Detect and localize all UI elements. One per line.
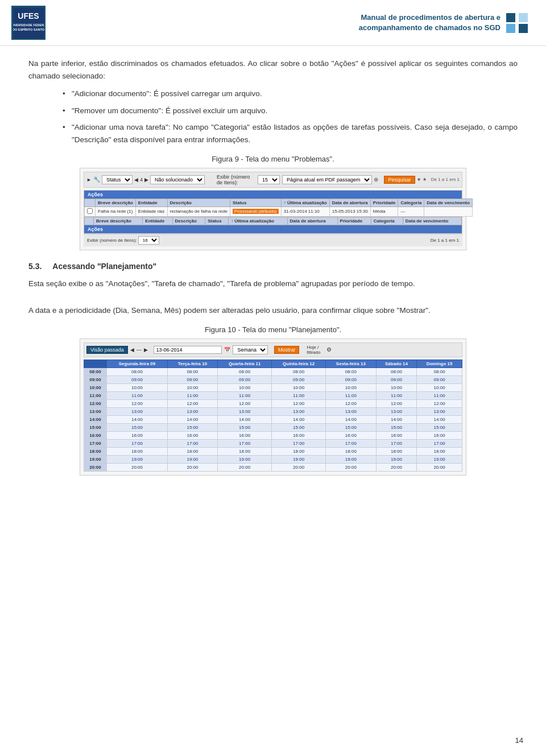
- fig10-slot-cell[interactable]: 09:00: [272, 375, 326, 383]
- fig10-slot-cell[interactable]: 19:00: [217, 455, 271, 463]
- fig10-slot-cell[interactable]: 15:00: [272, 423, 326, 431]
- fig10-visao-passada-btn[interactable]: Visão passada: [86, 346, 128, 354]
- fig10-slot-cell[interactable]: 18:00: [376, 447, 416, 455]
- fig10-slot-cell[interactable]: 14:00: [417, 415, 462, 423]
- fig10-slot-cell[interactable]: 16:00: [217, 431, 271, 439]
- fig10-slot-cell[interactable]: 11:00: [167, 391, 217, 399]
- fig10-slot-cell[interactable]: 11:00: [217, 391, 271, 399]
- fig10-slot-cell[interactable]: 13:00: [417, 407, 462, 415]
- fig10-slot-cell[interactable]: 19:00: [417, 455, 462, 463]
- fig10-slot-cell[interactable]: 14:00: [167, 415, 217, 423]
- fig10-slot-cell[interactable]: 08:00: [376, 367, 416, 375]
- fig9-solved-select[interactable]: Não solucionado: [150, 175, 205, 184]
- fig10-slot-cell[interactable]: 13:00: [325, 407, 376, 415]
- fig10-slot-cell[interactable]: 15:00: [376, 423, 416, 431]
- fig10-slot-cell[interactable]: 12:00: [272, 399, 326, 407]
- fig10-slot-cell[interactable]: 10:00: [376, 383, 416, 391]
- fig10-slot-cell[interactable]: 15:00: [417, 423, 462, 431]
- fig10-slot-cell[interactable]: 09:00: [167, 375, 217, 383]
- fig10-slot-cell[interactable]: 20:00: [217, 463, 271, 471]
- fig10-slot-cell[interactable]: 17:00: [417, 439, 462, 447]
- fig10-slot-cell[interactable]: 16:00: [325, 431, 376, 439]
- fig10-slot-cell[interactable]: 14:00: [217, 415, 271, 423]
- fig10-slot-cell[interactable]: 12:00: [107, 399, 168, 407]
- fig10-slot-cell[interactable]: 11:00: [376, 391, 416, 399]
- fig10-slot-cell[interactable]: 12:00: [217, 399, 271, 407]
- fig10-nav-left[interactable]: ◀: [130, 347, 134, 353]
- fig10-slot-cell[interactable]: 18:00: [107, 447, 168, 455]
- fig10-slot-cell[interactable]: 08:00: [217, 367, 271, 375]
- fig10-slot-cell[interactable]: 17:00: [167, 439, 217, 447]
- fig10-slot-cell[interactable]: 12:00: [167, 399, 217, 407]
- fig10-slot-cell[interactable]: 20:00: [376, 463, 416, 471]
- fig10-slot-cell[interactable]: 10:00: [325, 383, 376, 391]
- fig10-slot-cell[interactable]: 17:00: [272, 439, 326, 447]
- fig10-mostrar-btn[interactable]: Mostrar: [274, 346, 300, 354]
- fig10-settings-icon[interactable]: ⚙: [326, 346, 332, 353]
- fig10-slot-cell[interactable]: 17:00: [376, 439, 416, 447]
- fig10-slot-cell[interactable]: 14:00: [325, 415, 376, 423]
- fig10-slot-cell[interactable]: 11:00: [272, 391, 326, 399]
- fig10-slot-cell[interactable]: 15:00: [217, 423, 271, 431]
- fig10-slot-cell[interactable]: 17:00: [325, 439, 376, 447]
- fig10-slot-cell[interactable]: 17:00: [217, 439, 271, 447]
- fig10-slot-cell[interactable]: 10:00: [417, 383, 462, 391]
- fig10-slot-cell[interactable]: 12:00: [376, 399, 416, 407]
- fig10-slot-cell[interactable]: 14:00: [272, 415, 326, 423]
- fig10-slot-cell[interactable]: 08:00: [325, 367, 376, 375]
- fig9-arrow-nav-left[interactable]: ◀: [134, 177, 138, 183]
- fig10-slot-cell[interactable]: 08:00: [167, 367, 217, 375]
- fig10-slot-cell[interactable]: 18:00: [417, 447, 462, 455]
- fig10-slot-cell[interactable]: 11:00: [325, 391, 376, 399]
- fig10-slot-cell[interactable]: 20:00: [107, 463, 168, 471]
- fig10-slot-cell[interactable]: 15:00: [167, 423, 217, 431]
- fig9-row-checkbox[interactable]: [85, 206, 96, 216]
- fig9-arrow-nav-right[interactable]: ▶: [144, 177, 148, 183]
- fig10-slot-cell[interactable]: 12:00: [417, 399, 462, 407]
- fig10-slot-cell[interactable]: 20:00: [272, 463, 326, 471]
- fig10-nav-right[interactable]: ▶: [144, 347, 148, 353]
- fig9-pdf-select[interactable]: Página atual em PDF passagem: [282, 175, 372, 184]
- fig10-slot-cell[interactable]: 09:00: [376, 375, 416, 383]
- fig9-acoes-top[interactable]: Ações: [84, 191, 462, 199]
- fig10-slot-cell[interactable]: 18:00: [167, 447, 217, 455]
- fig10-slot-cell[interactable]: 08:00: [107, 367, 168, 375]
- fig10-slot-cell[interactable]: 09:00: [217, 375, 271, 383]
- fig10-slot-cell[interactable]: 16:00: [167, 431, 217, 439]
- fig10-slot-cell[interactable]: 11:00: [417, 391, 462, 399]
- fig9-search-button[interactable]: Pesquisar: [384, 176, 415, 184]
- fig9-bottom-count-select[interactable]: 16: [138, 236, 159, 245]
- fig9-arrow-left[interactable]: ►: [86, 177, 92, 183]
- fig10-slot-cell[interactable]: 09:00: [417, 375, 462, 383]
- fig10-slot-cell[interactable]: 18:00: [325, 447, 376, 455]
- fig10-period-select[interactable]: Semana: [233, 345, 268, 354]
- fig10-slot-cell[interactable]: 20:00: [325, 463, 376, 471]
- fig10-slot-cell[interactable]: 10:00: [217, 383, 271, 391]
- fig10-slot-cell[interactable]: 13:00: [376, 407, 416, 415]
- fig10-slot-cell[interactable]: 13:00: [272, 407, 326, 415]
- fig10-slot-cell[interactable]: 19:00: [376, 455, 416, 463]
- fig10-slot-cell[interactable]: 16:00: [376, 431, 416, 439]
- fig10-date-input[interactable]: [154, 346, 222, 354]
- fig10-slot-cell[interactable]: 15:00: [107, 423, 168, 431]
- fig9-count-select[interactable]: 15: [258, 175, 280, 184]
- fig10-slot-cell[interactable]: 17:00: [107, 439, 168, 447]
- fig10-slot-cell[interactable]: 19:00: [325, 455, 376, 463]
- fig10-slot-cell[interactable]: 09:00: [107, 375, 168, 383]
- fig10-calendar-icon[interactable]: 📅: [224, 347, 230, 353]
- fig10-slot-cell[interactable]: 19:00: [167, 455, 217, 463]
- fig10-slot-cell[interactable]: 13:00: [217, 407, 271, 415]
- fig10-slot-cell[interactable]: 19:00: [272, 455, 326, 463]
- fig10-slot-cell[interactable]: 13:00: [107, 407, 168, 415]
- fig10-slot-cell[interactable]: 11:00: [107, 391, 168, 399]
- fig10-slot-cell[interactable]: 08:00: [272, 367, 326, 375]
- fig10-slot-cell[interactable]: 13:00: [167, 407, 217, 415]
- fig10-slot-cell[interactable]: 09:00: [325, 375, 376, 383]
- fig9-acoes-bottom[interactable]: Ações: [84, 225, 462, 233]
- fig10-slot-cell[interactable]: 16:00: [272, 431, 326, 439]
- fig10-slot-cell[interactable]: 18:00: [217, 447, 271, 455]
- fig10-slot-cell[interactable]: 14:00: [376, 415, 416, 423]
- fig10-slot-cell[interactable]: 18:00: [272, 447, 326, 455]
- fig10-slot-cell[interactable]: 16:00: [417, 431, 462, 439]
- fig10-slot-cell[interactable]: 10:00: [167, 383, 217, 391]
